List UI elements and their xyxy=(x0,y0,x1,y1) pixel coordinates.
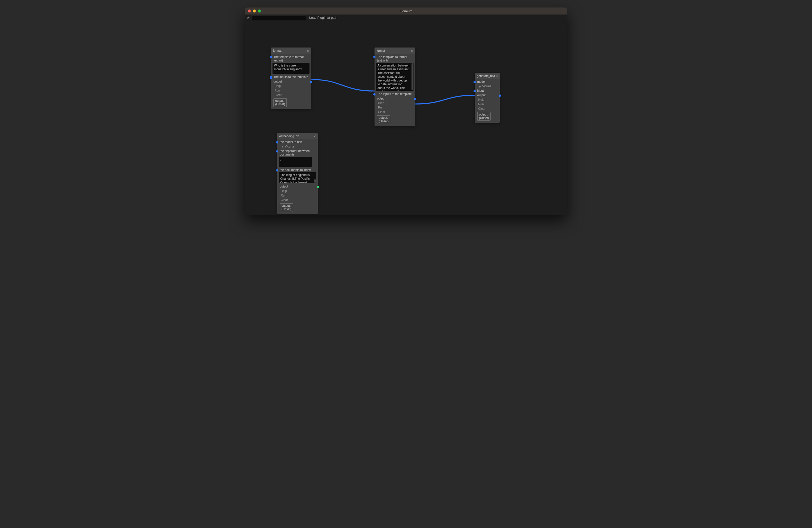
close-icon[interactable]: × xyxy=(495,74,498,78)
run-button[interactable]: Run xyxy=(475,102,500,106)
help-button[interactable]: Help xyxy=(375,101,415,105)
input-port-documents[interactable] xyxy=(276,169,278,172)
node-canvas[interactable]: format × The template to format text wit… xyxy=(245,21,567,215)
toolbar: ✳ Load Plugin at path xyxy=(245,15,567,21)
run-button[interactable]: Run xyxy=(375,105,415,110)
input-port-input[interactable] xyxy=(474,90,476,92)
separator-label: the separator between documents xyxy=(280,149,309,156)
clear-button[interactable]: Clear xyxy=(375,110,415,114)
output-port[interactable] xyxy=(310,81,312,83)
clear-button[interactable]: Clear xyxy=(277,198,318,202)
chevron-right-icon: ▶ xyxy=(282,145,284,148)
window-title: Floneum xyxy=(245,9,567,13)
model-label: model xyxy=(477,80,485,84)
template-label: The template to format text with xyxy=(274,55,304,62)
separator-textarea[interactable] xyxy=(279,157,312,167)
run-button[interactable]: Run xyxy=(271,88,311,93)
chevron-right-icon: ▶ xyxy=(479,85,481,88)
run-button[interactable]: Run xyxy=(277,193,318,198)
node-embedding-db[interactable]: embedding_db × the model to use ▶ Vicuna… xyxy=(277,133,318,214)
model-select[interactable]: ▶ Vicuna xyxy=(475,84,500,88)
output-port[interactable] xyxy=(317,186,319,188)
template-label: The template to format text with xyxy=(377,55,407,62)
template-textarea[interactable] xyxy=(273,63,309,74)
output-label: output xyxy=(377,97,385,100)
titlebar: Floneum xyxy=(245,8,567,15)
template-textarea[interactable] xyxy=(376,63,411,91)
scrollbar[interactable] xyxy=(314,179,316,183)
node-generate-text[interactable]: generate_text × model ▶ Vicuna input xyxy=(475,73,500,123)
output-port[interactable] xyxy=(414,98,416,100)
inputs-label: The inputs to the template xyxy=(274,75,308,79)
help-button[interactable]: Help xyxy=(475,98,500,102)
input-label: input xyxy=(477,89,484,92)
output-label: output xyxy=(274,80,282,83)
plugin-path-input[interactable] xyxy=(251,15,306,20)
clear-button[interactable]: Clear xyxy=(475,106,500,111)
documents-label: the documents to index xyxy=(280,168,311,172)
input-port-separator[interactable] xyxy=(276,150,278,152)
input-port-template[interactable] xyxy=(373,56,376,58)
output-port[interactable] xyxy=(499,94,501,97)
node-format-1[interactable]: format × The template to format text wit… xyxy=(271,47,311,109)
inputs-label: The inputs to the template xyxy=(377,92,412,96)
documents-textarea[interactable] xyxy=(279,172,313,183)
toolbar-star-icon[interactable]: ✳ xyxy=(247,16,250,20)
close-icon[interactable]: × xyxy=(314,134,316,138)
output-box: output: (Unset) xyxy=(274,98,287,107)
input-port-template[interactable] xyxy=(270,56,272,58)
output-box: output: (Unset) xyxy=(377,115,390,124)
output-box: output: (Unset) xyxy=(280,203,293,212)
help-button[interactable]: Help xyxy=(271,84,311,88)
input-port-inputs[interactable] xyxy=(373,93,376,96)
output-label: output xyxy=(477,93,485,97)
model-label: the model to use xyxy=(280,140,302,144)
clear-button[interactable]: Clear xyxy=(271,93,311,97)
app-window: Floneum ✳ Load Plugin at path format × T… xyxy=(245,8,567,215)
node-title: format xyxy=(377,49,385,53)
close-icon[interactable]: × xyxy=(307,48,309,53)
input-port-model[interactable] xyxy=(474,81,476,83)
model-select[interactable]: ▶ Vicuna xyxy=(277,144,318,149)
output-box: output: (Unset) xyxy=(477,112,491,121)
node-title: format xyxy=(273,49,281,53)
output-label: output xyxy=(280,185,288,188)
load-plugin-button[interactable]: Load Plugin at path xyxy=(308,15,339,20)
node-title: embedding_db xyxy=(279,134,299,138)
node-format-2[interactable]: format × The template to format text wit… xyxy=(375,47,415,126)
help-button[interactable]: Help xyxy=(277,189,318,193)
input-port-model[interactable] xyxy=(276,141,278,144)
scrollbar[interactable] xyxy=(411,63,413,90)
close-icon[interactable]: × xyxy=(411,48,413,53)
input-port-inputs[interactable] xyxy=(270,76,272,79)
node-title: generate_text xyxy=(477,74,495,78)
